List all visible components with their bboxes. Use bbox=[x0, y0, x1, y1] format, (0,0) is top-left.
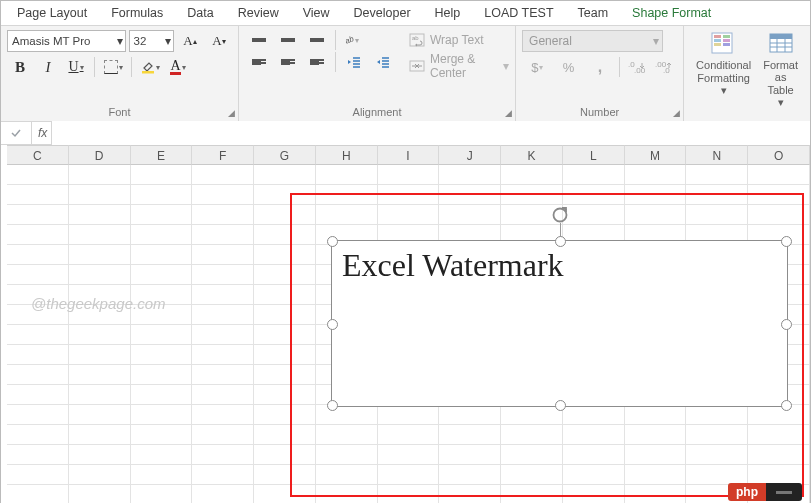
col-header-g[interactable]: G bbox=[254, 145, 316, 165]
cell[interactable] bbox=[192, 365, 254, 385]
number-format-dropdown[interactable]: General ▾ bbox=[522, 30, 663, 52]
cell[interactable] bbox=[254, 245, 316, 265]
cell[interactable] bbox=[501, 425, 563, 445]
cell[interactable] bbox=[254, 305, 316, 325]
tab-page-layout[interactable]: Page Layout bbox=[5, 2, 99, 24]
cell[interactable] bbox=[686, 465, 748, 485]
cell[interactable] bbox=[625, 445, 687, 465]
bold-button[interactable]: B bbox=[7, 56, 33, 78]
cell[interactable] bbox=[7, 265, 69, 285]
cell[interactable] bbox=[439, 445, 501, 465]
cell[interactable] bbox=[254, 485, 316, 503]
cell[interactable] bbox=[254, 225, 316, 245]
cell[interactable] bbox=[625, 425, 687, 445]
cell[interactable] bbox=[7, 345, 69, 365]
cell[interactable] bbox=[501, 185, 563, 205]
cell[interactable] bbox=[439, 185, 501, 205]
cell[interactable] bbox=[316, 405, 378, 425]
col-header-c[interactable]: C bbox=[7, 145, 69, 165]
cell[interactable] bbox=[192, 485, 254, 503]
cell[interactable] bbox=[439, 465, 501, 485]
check-icon[interactable] bbox=[1, 122, 31, 144]
cell[interactable] bbox=[686, 405, 748, 425]
cell[interactable] bbox=[69, 425, 131, 445]
font-name-dropdown[interactable]: Amasis MT Pro ▾ bbox=[7, 30, 126, 52]
cell[interactable] bbox=[69, 165, 131, 185]
cell[interactable] bbox=[192, 325, 254, 345]
cell[interactable] bbox=[378, 205, 440, 225]
cell[interactable] bbox=[7, 205, 69, 225]
comma-format-button[interactable]: , bbox=[585, 56, 615, 78]
italic-button[interactable]: I bbox=[35, 56, 61, 78]
conditional-formatting-button[interactable]: Conditional Formatting ▾ bbox=[690, 28, 757, 109]
cell[interactable] bbox=[748, 405, 810, 425]
tab-team[interactable]: Team bbox=[566, 2, 621, 24]
resize-handle-br[interactable] bbox=[781, 400, 792, 411]
col-header-l[interactable]: L bbox=[563, 145, 625, 165]
font-size-dropdown[interactable]: 32 ▾ bbox=[129, 30, 174, 52]
cell[interactable] bbox=[254, 385, 316, 405]
cell[interactable] bbox=[563, 405, 625, 425]
alignment-dialog-launcher[interactable]: ◢ bbox=[505, 108, 512, 118]
cell[interactable] bbox=[7, 365, 69, 385]
cell[interactable] bbox=[7, 185, 69, 205]
cell[interactable] bbox=[131, 405, 193, 425]
align-center-button[interactable] bbox=[274, 52, 302, 72]
cell[interactable] bbox=[625, 465, 687, 485]
number-dialog-launcher[interactable]: ◢ bbox=[673, 108, 680, 118]
col-header-d[interactable]: D bbox=[69, 145, 131, 165]
cell[interactable] bbox=[501, 165, 563, 185]
tab-data[interactable]: Data bbox=[175, 2, 225, 24]
cell[interactable] bbox=[748, 165, 810, 185]
worksheet-area[interactable]: C D E F G H I J K L M N O @thegeekpage.c… bbox=[1, 145, 810, 503]
cell[interactable] bbox=[7, 245, 69, 265]
decrease-font-size-button[interactable]: A▾ bbox=[206, 30, 232, 52]
cell[interactable] bbox=[316, 165, 378, 185]
increase-font-size-button[interactable]: A▴ bbox=[177, 30, 203, 52]
cell[interactable] bbox=[254, 265, 316, 285]
cell[interactable] bbox=[254, 345, 316, 365]
accounting-format-button[interactable]: $▾ bbox=[522, 56, 552, 78]
cell[interactable] bbox=[131, 245, 193, 265]
cell[interactable] bbox=[439, 485, 501, 503]
cell[interactable] bbox=[316, 205, 378, 225]
font-color-button[interactable]: A▾ bbox=[165, 56, 191, 78]
cell[interactable] bbox=[254, 205, 316, 225]
cell[interactable] bbox=[131, 365, 193, 385]
cell[interactable] bbox=[439, 165, 501, 185]
cell[interactable] bbox=[192, 245, 254, 265]
borders-button[interactable]: ▾ bbox=[100, 56, 126, 78]
cell[interactable] bbox=[192, 265, 254, 285]
cell[interactable] bbox=[69, 245, 131, 265]
cell[interactable] bbox=[748, 185, 810, 205]
cell[interactable] bbox=[69, 385, 131, 405]
cell[interactable] bbox=[131, 205, 193, 225]
cell[interactable] bbox=[748, 205, 810, 225]
cell[interactable] bbox=[69, 405, 131, 425]
cell[interactable] bbox=[254, 365, 316, 385]
cell[interactable] bbox=[316, 485, 378, 503]
cell[interactable] bbox=[378, 445, 440, 465]
cell[interactable] bbox=[131, 485, 193, 503]
cell[interactable] bbox=[686, 205, 748, 225]
cell[interactable] bbox=[192, 165, 254, 185]
fill-color-button[interactable]: ▾ bbox=[137, 56, 163, 78]
resize-handle-ml[interactable] bbox=[327, 319, 338, 330]
cell[interactable] bbox=[686, 185, 748, 205]
cell[interactable] bbox=[501, 465, 563, 485]
cell[interactable] bbox=[131, 445, 193, 465]
cell[interactable] bbox=[625, 405, 687, 425]
cell[interactable] bbox=[439, 205, 501, 225]
cell[interactable] bbox=[192, 425, 254, 445]
cell[interactable] bbox=[192, 465, 254, 485]
merge-center-button[interactable]: Merge & Center ▾ bbox=[409, 52, 509, 80]
cell[interactable] bbox=[192, 205, 254, 225]
cell[interactable] bbox=[131, 345, 193, 365]
cell[interactable] bbox=[7, 385, 69, 405]
col-header-f[interactable]: F bbox=[192, 145, 254, 165]
tab-load-test[interactable]: LOAD TEST bbox=[472, 2, 565, 24]
resize-handle-mr[interactable] bbox=[781, 319, 792, 330]
font-dialog-launcher[interactable]: ◢ bbox=[228, 108, 235, 118]
align-right-button[interactable] bbox=[303, 52, 331, 72]
cell[interactable] bbox=[625, 485, 687, 503]
